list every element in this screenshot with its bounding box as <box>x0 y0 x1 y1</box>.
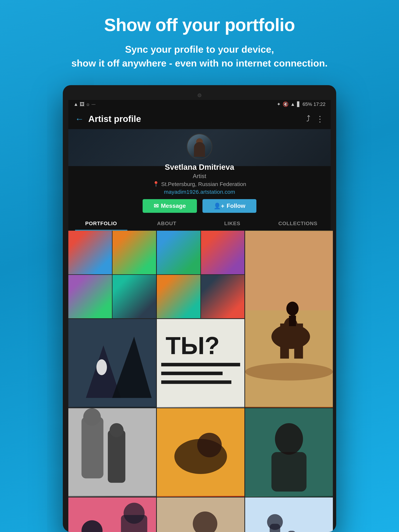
artwork-portrait-teal[interactable] <box>245 408 333 497</box>
share-icon[interactable]: ⤴ <box>306 114 310 123</box>
artwork-desert[interactable] <box>245 231 333 407</box>
artwork-thumbnail[interactable] <box>113 231 156 274</box>
status-bar: ▲ 🖼 ☼ ··· ✦ 🔇 ▲ ▋ 65% 17:22 <box>68 100 331 109</box>
artwork-text-poster[interactable]: ТЫ? <box>157 319 245 407</box>
header-title: Artist profile <box>88 114 141 124</box>
svg-rect-2 <box>245 231 333 310</box>
svg-text:ТЫ?: ТЫ? <box>165 332 219 359</box>
follow-button-label: Follow <box>227 203 245 209</box>
profile-actions: ✉ Message 👤+ Follow <box>143 199 256 213</box>
artwork-thumbnail[interactable] <box>68 275 112 318</box>
signal-icon: ▋ <box>297 101 301 107</box>
artwork-silhouette-pink[interactable] <box>68 497 156 532</box>
tab-likes-label: LIKES <box>224 221 240 226</box>
sound-icon: 🔇 <box>283 101 289 107</box>
back-button[interactable]: ← <box>75 114 84 124</box>
tab-collections[interactable]: COLLECTIONS <box>265 216 331 231</box>
message-icon: ✉ <box>154 203 159 209</box>
svg-rect-20 <box>82 417 103 478</box>
app-header-right: ⤴ ⋮ <box>306 114 324 124</box>
bluetooth-icon: ✦ <box>277 101 281 107</box>
tab-about[interactable]: ABOUT <box>134 216 200 231</box>
artwork-thumbnail[interactable] <box>201 275 245 318</box>
location-icon: 📍 <box>153 181 159 187</box>
device-camera <box>198 94 201 97</box>
svg-point-26 <box>197 433 222 457</box>
svg-rect-21 <box>108 430 126 483</box>
svg-point-1 <box>245 363 333 380</box>
svg-point-45 <box>267 514 283 530</box>
avatar-body <box>194 142 205 157</box>
profile-website[interactable]: mayadim1926.artstation.com <box>164 189 235 195</box>
page-subtitle: Sync your profile to your device, show i… <box>71 43 328 70</box>
battery-text: 65% 17:22 <box>303 101 325 107</box>
wifi-icon: ▲ <box>290 101 295 107</box>
app-screen: ▲ 🖼 ☼ ··· ✦ 🔇 ▲ ▋ 65% 17:22 ← Artist pro… <box>68 100 331 532</box>
notification-icons: ▲ 🖼 ☼ ··· <box>74 101 95 107</box>
svg-point-23 <box>109 423 124 437</box>
tab-about-label: ABOUT <box>157 221 176 226</box>
profile-name: Svetlana Dmitrieva <box>165 163 234 172</box>
svg-point-28 <box>275 423 303 455</box>
artwork-winter-scene[interactable] <box>245 497 333 532</box>
app-header: ← Artist profile ⤴ ⋮ <box>68 109 331 129</box>
portfolio-grid: ТЫ? <box>68 231 331 532</box>
device-notch <box>68 91 331 100</box>
tabs-bar: PORTFOLIO ABOUT LIKES COLLECTIONS <box>68 216 331 231</box>
profile-section: Svetlana Dmitrieva Artist 📍 St.Petersbur… <box>68 129 331 216</box>
svg-rect-9 <box>289 316 296 326</box>
location-text: St.Petersburg, Russian Federation <box>161 181 246 187</box>
artwork-thumbnail[interactable] <box>157 275 200 318</box>
svg-rect-40 <box>245 497 333 532</box>
svg-point-13 <box>96 360 107 375</box>
artwork-gray-figures[interactable] <box>68 408 156 497</box>
app-header-left: ← Artist profile <box>75 114 141 124</box>
artwork-thumbnail[interactable] <box>68 231 112 274</box>
svg-point-8 <box>286 302 298 316</box>
profile-role: Artist <box>193 173 206 180</box>
message-button-label: Message <box>161 203 186 209</box>
grid-composite-2 <box>157 231 245 318</box>
follow-button[interactable]: 👤+ Follow <box>203 199 256 213</box>
artwork-thumbnail[interactable] <box>157 231 200 274</box>
avatar-image <box>187 134 212 159</box>
artwork-rocks[interactable] <box>68 319 156 407</box>
artwork-thumbnail[interactable] <box>113 275 156 318</box>
page-title: Show off your portfolio <box>104 15 295 35</box>
svg-point-34 <box>124 503 145 524</box>
grid-composite-1 <box>68 231 156 318</box>
message-button[interactable]: ✉ Message <box>143 199 197 213</box>
tab-portfolio[interactable]: PORTFOLIO <box>68 216 134 231</box>
follow-icon: 👤+ <box>214 203 224 209</box>
svg-rect-16 <box>161 363 240 367</box>
profile-location: 📍 St.Petersburg, Russian Federation <box>153 181 246 187</box>
avatar <box>187 133 212 159</box>
svg-rect-29 <box>272 452 307 492</box>
more-options-icon[interactable]: ⋮ <box>316 114 324 124</box>
tab-portfolio-label: PORTFOLIO <box>85 221 117 226</box>
svg-point-22 <box>83 408 101 426</box>
tab-likes[interactable]: LIKES <box>200 216 265 231</box>
status-bar-right: ✦ 🔇 ▲ ▋ 65% 17:22 <box>277 101 325 107</box>
artwork-portrait-yellow[interactable] <box>157 408 245 497</box>
artwork-thumbnail[interactable] <box>201 231 245 274</box>
status-bar-left: ▲ 🖼 ☼ ··· <box>74 101 95 107</box>
svg-rect-18 <box>161 380 231 384</box>
tab-collections-label: COLLECTIONS <box>278 221 317 226</box>
svg-rect-17 <box>161 372 222 375</box>
device-frame: ▲ 🖼 ☼ ··· ✦ 🔇 ▲ ▋ 65% 17:22 ← Artist pro… <box>63 85 336 532</box>
artwork-laptop-scene[interactable] <box>157 497 245 532</box>
